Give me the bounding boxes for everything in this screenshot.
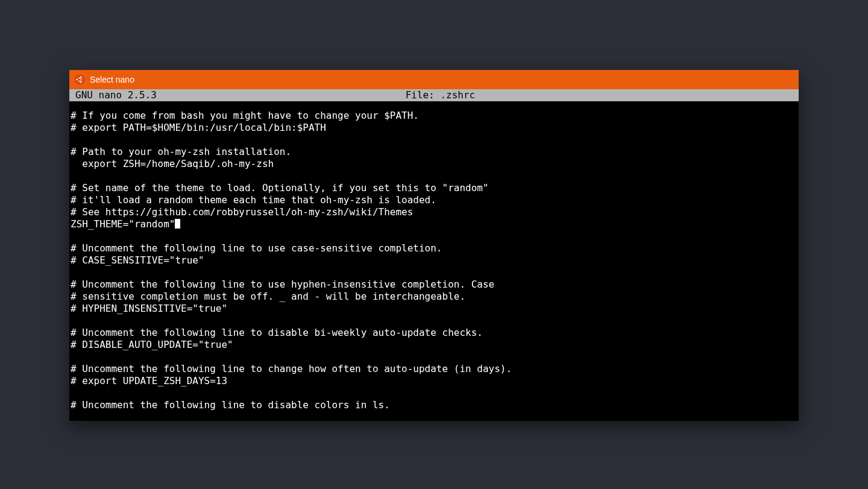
editor-line (71, 315, 797, 327)
editor-line: # Uncomment the following line to use ca… (71, 242, 797, 254)
editor-line (71, 170, 797, 182)
editor-line: # Uncomment the following line to disabl… (71, 327, 797, 339)
editor-line: # Uncomment the following line to change… (71, 363, 797, 375)
editor-line: # CASE_SENSITIVE="true" (71, 254, 797, 267)
terminal-window: Select nano GNU nano 2.5.3 File: .zshrc … (69, 70, 799, 421)
nano-file-label: File: .zshrc (157, 89, 724, 101)
editor-line: # it'll load a random theme each time th… (71, 194, 797, 206)
editor-line: # See https://github.com/robbyrussell/oh… (71, 206, 797, 218)
window-title: Select nano (90, 75, 134, 84)
nano-version-label: GNU nano 2.5.3 (72, 89, 157, 101)
editor-line: # sensitive completion must be off. _ an… (71, 291, 797, 303)
window-titlebar[interactable]: Select nano (69, 70, 799, 89)
editor-line: # HYPHEN_INSENSITIVE="true" (71, 303, 797, 315)
editor-line: # export PATH=$HOME/bin:/usr/local/bin:$… (71, 122, 797, 134)
editor-line (71, 267, 797, 279)
editor-line: # If you come from bash you might have t… (71, 110, 797, 122)
editor-line (71, 387, 797, 399)
editor-line: # DISABLE_AUTO_UPDATE="true" (71, 339, 797, 351)
editor-line: export ZSH=/home/Saqib/.oh-my-zsh (71, 158, 797, 170)
ubuntu-logo-icon (74, 74, 85, 85)
nano-statusbar: GNU nano 2.5.3 File: .zshrc (69, 89, 799, 101)
editor-line: # export UPDATE_ZSH_DAYS=13 (71, 375, 797, 387)
text-cursor (175, 219, 180, 229)
editor-line: # Uncomment the following line to disabl… (71, 399, 797, 411)
editor-line (71, 230, 797, 242)
editor-line: # Path to your oh-my-zsh installation. (71, 146, 797, 158)
editor-line: # Set name of the theme to load. Optiona… (71, 182, 797, 194)
editor-line (71, 134, 797, 146)
svg-point-0 (76, 79, 78, 81)
editor-line (71, 351, 797, 363)
editor-viewport[interactable]: # If you come from bash you might have t… (69, 101, 799, 421)
editor-line: ZSH_THEME="random" (71, 218, 797, 230)
editor-line: # Uncomment the following line to use hy… (71, 279, 797, 291)
